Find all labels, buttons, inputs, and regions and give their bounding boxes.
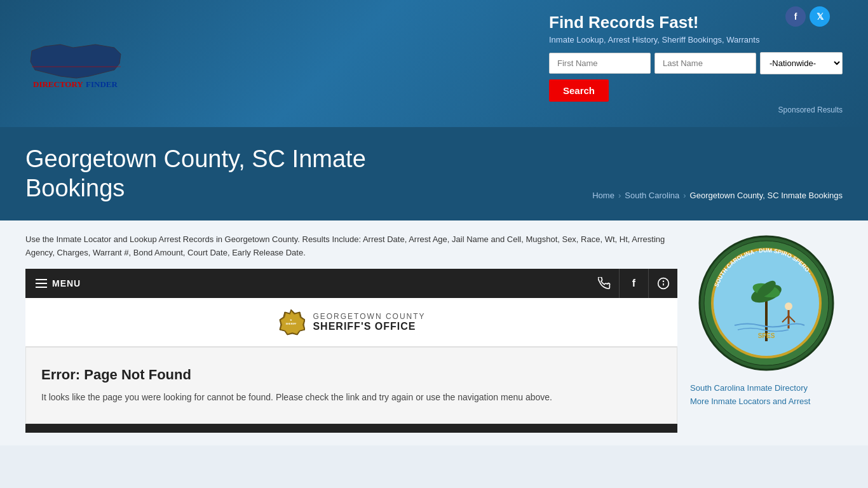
social-bar: f 𝕏 [785, 6, 830, 27]
nav-right-icons: f [590, 269, 677, 298]
sponsored-label: Sponsored Results [549, 105, 843, 114]
page-title: Georgetown County, SC Inmate Bookings [25, 145, 366, 203]
content-area: Use the Inmate Locator and Lookup Arrest… [25, 233, 677, 433]
search-form-row: -Nationwide- [549, 52, 843, 74]
sheriff-text: GEORGETOWN COUNTY SHERIFF'S OFFICE [313, 312, 425, 332]
breadcrumb-sep-2: › [683, 191, 686, 200]
main-wrapper: Use the Inmate Locator and Lookup Arrest… [0, 220, 868, 445]
sheriff-badge-icon: ★ SHERIFF [277, 308, 305, 336]
header: DIRECTORY FINDER Find Records Fast! Inma… [0, 0, 868, 127]
nav-bar: MENU f [25, 269, 677, 298]
breadcrumb: Home › South Carolina › Georgetown Count… [592, 191, 843, 203]
breadcrumb-current: Georgetown County, SC Inmate Bookings [690, 191, 843, 200]
sidebar: SOUTH CAROLINA · DUM SPIRO SPERO · SPES … [690, 233, 843, 433]
logo-area: DIRECTORY FINDER [25, 35, 127, 92]
sidebar-links: South Carolina Inmate Directory More Inm… [690, 383, 843, 406]
breadcrumb-home[interactable]: Home [592, 191, 614, 200]
sidebar-link-2[interactable]: More Inmate Locators and Arrest [690, 396, 843, 406]
error-message: It looks like the page you were looking … [41, 391, 661, 404]
search-button[interactable]: Search [549, 79, 609, 102]
menu-button[interactable]: MENU [25, 271, 91, 296]
description-text: Use the Inmate Locator and Lookup Arrest… [25, 233, 677, 260]
logo-map-icon[interactable]: DIRECTORY FINDER [25, 35, 127, 92]
state-select[interactable]: -Nationwide- [760, 52, 843, 74]
info-icon-button[interactable] [648, 269, 677, 298]
menu-label: MENU [52, 278, 81, 288]
search-area: Find Records Fast! Inmate Lookup, Arrest… [549, 13, 843, 114]
error-title: Error: Page Not Found [41, 367, 661, 383]
twitter-button[interactable]: 𝕏 [810, 6, 830, 27]
svg-marker-0 [31, 44, 121, 78]
svg-text:SPES: SPES [758, 332, 775, 339]
phone-icon-button[interactable] [590, 269, 619, 298]
first-name-input[interactable] [549, 53, 651, 74]
svg-text:FINDER: FINDER [86, 79, 118, 89]
sidebar-link-1[interactable]: South Carolina Inmate Directory [690, 383, 843, 393]
sc-seal-image: SOUTH CAROLINA · DUM SPIRO SPERO · SPES [696, 233, 836, 373]
svg-point-19 [785, 302, 792, 310]
error-box: Error: Page Not Found It looks like the … [25, 347, 677, 424]
sheriff-logo: ★ SHERIFF GEORGETOWN COUNTY SHERIFF'S OF… [25, 298, 677, 347]
facebook-button[interactable]: f [785, 6, 806, 27]
svg-text:SHERIFF: SHERIFF [286, 322, 297, 325]
facebook-nav-icon-button[interactable]: f [619, 269, 648, 298]
last-name-input[interactable] [654, 53, 756, 74]
sheriff-county: GEORGETOWN COUNTY [313, 312, 425, 321]
svg-text:DIRECTORY: DIRECTORY [33, 79, 83, 89]
dark-bottom-bar [25, 424, 677, 433]
page-title-bar: Georgetown County, SC Inmate Bookings Ho… [0, 127, 868, 220]
sheriff-office: SHERIFF'S OFFICE [313, 321, 425, 332]
breadcrumb-sep-1: › [618, 191, 621, 200]
breadcrumb-state[interactable]: South Carolina [625, 191, 679, 200]
hamburger-icon [36, 279, 47, 288]
header-subtitle: Inmate Lookup, Arrest History, Sheriff B… [549, 35, 843, 44]
svg-text:★: ★ [290, 318, 292, 322]
